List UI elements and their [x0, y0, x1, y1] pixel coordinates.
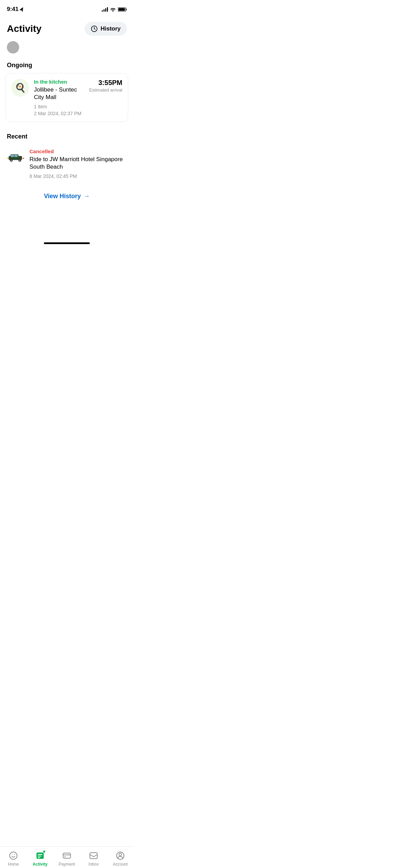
ongoing-status: In the kitchen — [34, 79, 84, 85]
svg-point-9 — [11, 160, 12, 161]
svg-point-11 — [19, 160, 21, 161]
ongoing-card-content: In the kitchen Jollibee - Suntec City Ma… — [34, 79, 84, 116]
signal-icon — [102, 7, 108, 12]
svg-rect-6 — [11, 155, 14, 157]
location-arrow-icon — [20, 7, 24, 12]
ongoing-card[interactable]: 🍳 In the kitchen Jollibee - Suntec City … — [5, 73, 128, 122]
wifi-icon — [110, 7, 116, 12]
ongoing-date: 2 Mar 2024, 02:37 PM — [34, 111, 84, 116]
arrival-block: 3:55PM Estimated arrival — [89, 79, 122, 93]
view-history-label: View History — [44, 193, 81, 200]
arrival-label: Estimated arrival — [89, 87, 122, 93]
svg-rect-1 — [119, 8, 125, 11]
recent-label: Recent — [0, 130, 134, 144]
status-bar: 9:41 — [0, 0, 134, 16]
status-icons — [102, 7, 127, 12]
arrival-time: 3:55PM — [89, 79, 122, 87]
ongoing-restaurant: Jollibee - Suntec City Mall — [34, 86, 84, 101]
recent-item-content: Cancelled Ride to JW Marriott Hotel Sing… — [29, 148, 127, 179]
history-button[interactable]: History — [85, 22, 127, 36]
history-clock-icon — [91, 25, 98, 32]
view-history-arrow: → — [84, 193, 90, 200]
view-history-button[interactable]: View History → — [44, 193, 90, 200]
svg-rect-2 — [126, 9, 127, 10]
recent-section: Recent Cancelled Ride — [0, 130, 134, 183]
ongoing-label: Ongoing — [0, 59, 134, 73]
recent-title: Ride to JW Marriott Hotel Singapore Sout… — [29, 156, 127, 171]
ongoing-item-count: 1 item — [34, 104, 84, 109]
svg-rect-7 — [14, 155, 17, 157]
view-history-row: View History → — [0, 183, 134, 205]
svg-rect-13 — [23, 158, 24, 159]
car-icon — [7, 152, 25, 163]
home-indicator — [44, 242, 90, 244]
recent-date: 8 Mar 2024, 02:45 PM — [29, 173, 127, 179]
recent-item[interactable]: Cancelled Ride to JW Marriott Hotel Sing… — [0, 144, 134, 183]
ongoing-section: Ongoing 🍳 In the kitchen Jollibee - Sunt… — [0, 59, 134, 122]
restaurant-icon: 🍳 — [11, 79, 29, 97]
svg-rect-12 — [7, 158, 9, 159]
avatar — [7, 41, 19, 53]
car-icon-wrap — [7, 148, 25, 166]
history-button-label: History — [100, 25, 121, 32]
recent-status: Cancelled — [29, 148, 127, 154]
page-header: Activity History — [0, 16, 134, 38]
status-time: 9:41 — [7, 6, 24, 13]
page-title: Activity — [7, 23, 41, 34]
battery-icon — [118, 7, 127, 12]
avatar-row — [0, 38, 134, 59]
